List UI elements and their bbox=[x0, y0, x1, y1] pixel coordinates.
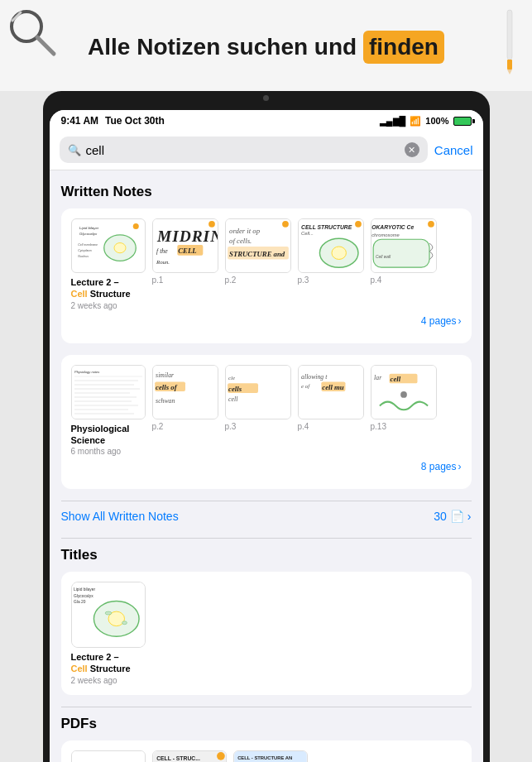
note-page-physio-p4: p.4 bbox=[298, 422, 309, 431]
svg-text:order it op: order it op bbox=[229, 227, 261, 235]
svg-text:CELL - STRUCTURE AN: CELL - STRUCTURE AN bbox=[237, 755, 292, 760]
document-icon: 📄 bbox=[450, 510, 464, 523]
svg-rect-4 bbox=[507, 60, 512, 69]
svg-text:Cell membrane: Cell membrane bbox=[78, 243, 98, 247]
note-item-physio-main[interactable]: Physiology notes bbox=[71, 365, 146, 457]
title-label: Lecture 2 – Cell Structure bbox=[71, 651, 462, 675]
pdf-item-biology[interactable]: Biology 20 hours ago bbox=[71, 750, 146, 762]
svg-text:cell mu: cell mu bbox=[322, 383, 344, 391]
svg-text:Cytoplasm: Cytoplasm bbox=[78, 249, 92, 252]
note-page-p1: p.1 bbox=[152, 276, 164, 285]
chevron-right-icon: › bbox=[458, 315, 462, 327]
svg-text:Nucleus: Nucleus bbox=[78, 255, 89, 258]
svg-point-27 bbox=[282, 221, 289, 228]
svg-text:cle: cle bbox=[228, 375, 235, 381]
titles-header: Titles bbox=[61, 547, 472, 563]
search-input-wrapper[interactable]: 🔍 cell ✕ bbox=[60, 137, 428, 163]
note-item-main[interactable]: Lipid bilayer Glycocalyx Cell membrane C… bbox=[71, 218, 146, 310]
note-page-p3: p.3 bbox=[298, 276, 309, 285]
svg-point-75 bbox=[105, 611, 112, 615]
cell-diagram-svg: Lipid bilayer Glycocalyx Cell membrane C… bbox=[75, 223, 141, 269]
headline-highlight: finden bbox=[363, 31, 444, 64]
note-item-physio-p4[interactable]: allowing t e of cell mu p.4 bbox=[298, 365, 364, 457]
svg-text:e of: e of bbox=[301, 383, 310, 389]
show-all-row[interactable]: Show All Written Notes 30 📄 › bbox=[61, 501, 472, 528]
pdf-thumb-p2: CELL - STRUCTURE AN .13 The Cell a cell … bbox=[233, 750, 308, 762]
pdf-item-p2[interactable]: CELL - STRUCTURE AN .13 The Cell a cell … bbox=[233, 750, 308, 762]
note-item-physio-p3[interactable]: cle cells cell p.3 bbox=[225, 365, 291, 457]
svg-text:CELL: CELL bbox=[178, 247, 196, 255]
svg-text:cell: cell bbox=[390, 375, 400, 383]
title-card[interactable]: Lipid bilayer Glycocalyx Gla 20 Lecture … bbox=[71, 582, 462, 685]
show-all-link[interactable]: Show All Written Notes bbox=[61, 510, 179, 523]
pdfs-group[interactable]: Biology 20 hours ago CELL - STRUC... INT… bbox=[61, 740, 472, 762]
pdf-row: Biology 20 hours ago CELL - STRUC... INT… bbox=[71, 750, 462, 762]
svg-text:Glycocalyx: Glycocalyx bbox=[79, 232, 98, 236]
divider-2 bbox=[61, 707, 472, 707]
svg-text:lar: lar bbox=[374, 374, 382, 381]
headline-text: Alle Notizen suchen und finden bbox=[88, 34, 444, 60]
titles-group[interactable]: Lipid bilayer Glycocalyx Gla 20 Lecture … bbox=[61, 572, 472, 695]
note-thumb-physio-p2: similar cells of schwan bbox=[152, 365, 218, 419]
note-thumb-p3: CELL STRUCTURE Cell... bbox=[298, 218, 364, 273]
svg-point-21 bbox=[208, 221, 215, 228]
title-thumb: Lipid bilayer Glycocalyx Gla 20 bbox=[71, 582, 146, 648]
group1-pages-link[interactable]: 4 pages › bbox=[421, 315, 462, 327]
svg-rect-80 bbox=[72, 751, 145, 762]
pdf-thumb-biology bbox=[71, 750, 146, 762]
svg-text:MIDRIN: MIDRIN bbox=[156, 228, 218, 245]
svg-text:CELL - STRUC...: CELL - STRUC... bbox=[156, 755, 200, 760]
note-page-physio-p13: p.13 bbox=[371, 422, 386, 431]
cancel-button[interactable]: Cancel bbox=[434, 143, 473, 157]
note-title-1: Lecture 2 –Cell Structure bbox=[71, 276, 131, 300]
note-item-p4[interactable]: OKARYOTIC Ce chromosome Cell wall p.4 bbox=[371, 218, 437, 310]
note-thumb-main: Lipid bilayer Glycocalyx Cell membrane C… bbox=[71, 218, 146, 273]
title-time-ago: 2 weeks ago bbox=[71, 676, 462, 685]
note-thumb-physio-p3: cle cells cell bbox=[225, 365, 291, 419]
note-page-p2: p.2 bbox=[225, 276, 237, 285]
note-page-physio-p3: p.3 bbox=[225, 422, 237, 431]
clear-search-button[interactable]: ✕ bbox=[405, 142, 419, 157]
search-input[interactable]: cell bbox=[86, 143, 400, 157]
note-thumb-physio-p4: allowing t e of cell mu bbox=[298, 365, 364, 419]
pdf-item-p1[interactable]: CELL - STRUC... INTRODUCTION bbox=[152, 750, 227, 762]
svg-text:allowing t: allowing t bbox=[301, 372, 328, 380]
note-item-p1[interactable]: MIDRIN f the CELL Roun. p.1 bbox=[152, 218, 218, 310]
note-item-physio-p2[interactable]: similar cells of schwan p.2 bbox=[152, 365, 218, 457]
svg-text:f the: f the bbox=[156, 247, 168, 255]
note-page-physio-p2: p.2 bbox=[152, 422, 164, 431]
written-notes-group1[interactable]: Lipid bilayer Glycocalyx Cell membrane C… bbox=[61, 208, 472, 343]
svg-point-32 bbox=[331, 247, 345, 260]
written-notes-header: Written Notes bbox=[61, 184, 472, 200]
svg-text:CELL STRUCTURE: CELL STRUCTURE bbox=[301, 224, 352, 230]
svg-text:Cell...: Cell... bbox=[301, 231, 314, 236]
ipad-camera-area bbox=[43, 91, 490, 103]
note-thumb-p1: MIDRIN f the CELL Roun. bbox=[152, 218, 218, 273]
search-bar-area[interactable]: 🔍 cell ✕ Cancel bbox=[50, 130, 483, 170]
svg-text:OKARYOTIC Ce: OKARYOTIC Ce bbox=[371, 224, 414, 230]
title-cell-highlight: Cell bbox=[71, 664, 88, 673]
svg-text:Physiology notes: Physiology notes bbox=[74, 370, 99, 374]
svg-text:schwan: schwan bbox=[156, 396, 175, 404]
ipad-screen: 9:41 AM Tue Oct 30th ▂▄▆█ 📶 100% 🔍 cell … bbox=[50, 110, 483, 762]
written-notes-group2[interactable]: Physiology notes bbox=[61, 355, 472, 490]
svg-rect-37 bbox=[373, 239, 429, 267]
status-time: 9:41 AM bbox=[61, 115, 99, 127]
note-item-physio-p13[interactable]: lar cell p.13 bbox=[371, 365, 437, 457]
note-thumb-physio-p13: lar cell bbox=[371, 365, 437, 419]
status-right: ▂▄▆█ 📶 100% bbox=[380, 116, 472, 127]
svg-text:STRUCTURE and: STRUCTURE and bbox=[229, 250, 285, 258]
pdf-thumb-p1: CELL - STRUC... INTRODUCTION bbox=[152, 750, 227, 762]
group2-pages-link[interactable]: 8 pages › bbox=[421, 461, 462, 472]
svg-point-10 bbox=[114, 243, 126, 253]
status-bar: 9:41 AM Tue Oct 30th ▂▄▆█ 📶 100% bbox=[50, 110, 483, 130]
show-all-count[interactable]: 30 📄 › bbox=[434, 510, 471, 523]
pencil-icon bbox=[502, 8, 517, 74]
note-item-p2[interactable]: order it op of cells. STRUCTURE and p.2 bbox=[225, 218, 291, 310]
note-item-p3[interactable]: CELL STRUCTURE Cell... p.3 bbox=[298, 218, 364, 310]
note-thumb-p2: order it op of cells. STRUCTURE and bbox=[225, 218, 291, 273]
svg-marker-5 bbox=[507, 69, 512, 74]
note-thumb-p4: OKARYOTIC Ce chromosome Cell wall bbox=[371, 218, 437, 273]
svg-text:Glycocalyx: Glycocalyx bbox=[74, 594, 93, 598]
svg-point-33 bbox=[355, 221, 362, 228]
